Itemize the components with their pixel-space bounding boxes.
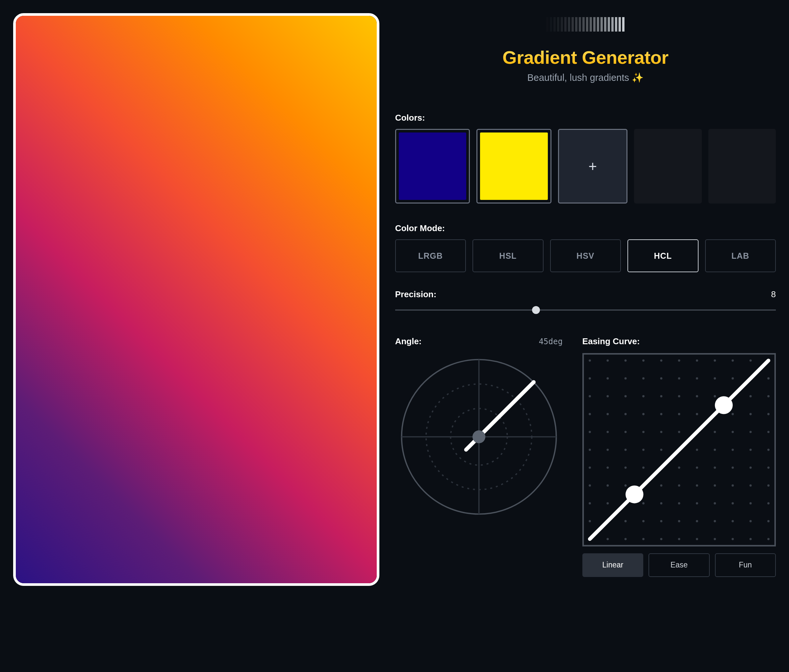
svg-point-49 (642, 502, 645, 505)
svg-point-104 (732, 502, 734, 505)
svg-point-79 (696, 449, 698, 451)
svg-point-74 (696, 360, 698, 362)
color-mode-option-lab[interactable]: LAB (705, 239, 776, 272)
svg-point-86 (714, 377, 716, 380)
angle-value: 45deg (539, 337, 563, 346)
easing-handle-2[interactable] (715, 397, 733, 414)
svg-point-73 (678, 538, 680, 540)
svg-point-31 (624, 377, 627, 380)
svg-point-46 (642, 449, 645, 451)
color-swatch-empty (634, 129, 701, 204)
svg-point-8 (589, 360, 591, 362)
svg-point-75 (696, 377, 698, 380)
svg-point-39 (624, 520, 627, 522)
svg-point-126 (767, 502, 770, 505)
easing-preset-linear[interactable]: Linear (582, 553, 643, 577)
svg-point-63 (678, 360, 680, 362)
svg-point-32 (624, 395, 627, 398)
slider-thumb[interactable] (532, 306, 540, 314)
svg-point-119 (767, 377, 770, 380)
svg-point-114 (749, 485, 752, 487)
svg-point-95 (714, 538, 716, 540)
color-swatch[interactable] (476, 129, 551, 204)
color-mode-row: LRGBHSLHSVHCLLAB (395, 239, 776, 272)
svg-point-37 (624, 485, 627, 487)
angle-dial[interactable] (395, 353, 563, 521)
color-swatch[interactable] (395, 129, 470, 204)
svg-point-84 (696, 538, 698, 540)
svg-point-127 (767, 520, 770, 522)
svg-point-117 (749, 538, 752, 540)
svg-point-13 (589, 449, 591, 451)
svg-point-111 (749, 431, 752, 433)
color-mode-option-hsv[interactable]: HSV (550, 239, 621, 272)
svg-point-91 (714, 467, 716, 469)
precision-slider[interactable] (395, 306, 776, 314)
svg-point-27 (606, 502, 609, 505)
svg-point-105 (732, 520, 734, 522)
svg-point-26 (606, 485, 609, 487)
svg-point-47 (642, 467, 645, 469)
svg-point-34 (624, 431, 627, 433)
svg-point-107 (749, 360, 752, 362)
svg-point-66 (678, 413, 680, 416)
svg-point-110 (749, 413, 752, 416)
svg-point-64 (678, 377, 680, 380)
svg-point-56 (660, 431, 662, 433)
svg-point-10 (589, 395, 591, 398)
svg-point-23 (606, 431, 609, 433)
svg-point-15 (589, 485, 591, 487)
color-mode-label: Color Mode: (395, 223, 776, 233)
svg-point-103 (732, 485, 734, 487)
svg-point-9 (589, 377, 591, 380)
svg-point-67 (678, 431, 680, 433)
brand-bars-icon (395, 16, 776, 32)
page-title: Gradient Generator (395, 47, 776, 68)
svg-point-20 (606, 377, 609, 380)
color-swatch-empty (708, 129, 776, 204)
svg-point-93 (714, 502, 716, 505)
add-color-button[interactable]: + (558, 129, 628, 204)
svg-point-30 (624, 360, 627, 362)
colors-label: Colors: (395, 113, 776, 123)
svg-point-54 (660, 395, 662, 398)
svg-point-115 (749, 502, 752, 505)
svg-point-102 (732, 467, 734, 469)
svg-point-112 (749, 449, 752, 451)
svg-point-81 (696, 485, 698, 487)
svg-point-25 (606, 467, 609, 469)
svg-point-121 (767, 413, 770, 416)
svg-point-97 (732, 377, 734, 380)
easing-curve-editor[interactable] (582, 353, 776, 546)
gradient-generator-app: Gradient Generator Beautiful, lush gradi… (13, 13, 776, 586)
svg-point-60 (660, 502, 662, 505)
svg-point-40 (624, 538, 627, 540)
easing-label: Easing Curve: (582, 336, 640, 347)
svg-point-53 (660, 377, 662, 380)
svg-line-129 (589, 361, 768, 539)
easing-section: Easing Curve: LinearEaseFun (582, 336, 776, 576)
svg-point-116 (749, 520, 752, 522)
svg-point-43 (642, 395, 645, 398)
svg-point-11 (589, 413, 591, 416)
svg-point-33 (624, 413, 627, 416)
svg-point-50 (642, 520, 645, 522)
svg-point-59 (660, 485, 662, 487)
svg-point-120 (767, 395, 770, 398)
easing-presets: LinearEaseFun (582, 553, 776, 577)
easing-preset-ease[interactable]: Ease (648, 553, 709, 577)
easing-preset-fun[interactable]: Fun (715, 553, 776, 577)
svg-point-124 (767, 467, 770, 469)
color-mode-option-hsl[interactable]: HSL (473, 239, 543, 272)
color-mode-option-hcl[interactable]: HCL (628, 239, 698, 272)
angle-section: Angle: 45deg (395, 336, 563, 576)
svg-point-22 (606, 413, 609, 416)
svg-point-19 (606, 360, 609, 362)
svg-point-24 (606, 449, 609, 451)
controls-panel: Gradient Generator Beautiful, lush gradi… (395, 13, 776, 586)
easing-handle-1[interactable] (626, 486, 643, 503)
svg-point-100 (732, 431, 734, 433)
svg-point-52 (660, 360, 662, 362)
svg-point-85 (714, 360, 716, 362)
color-mode-option-lrgb[interactable]: LRGB (395, 239, 466, 272)
